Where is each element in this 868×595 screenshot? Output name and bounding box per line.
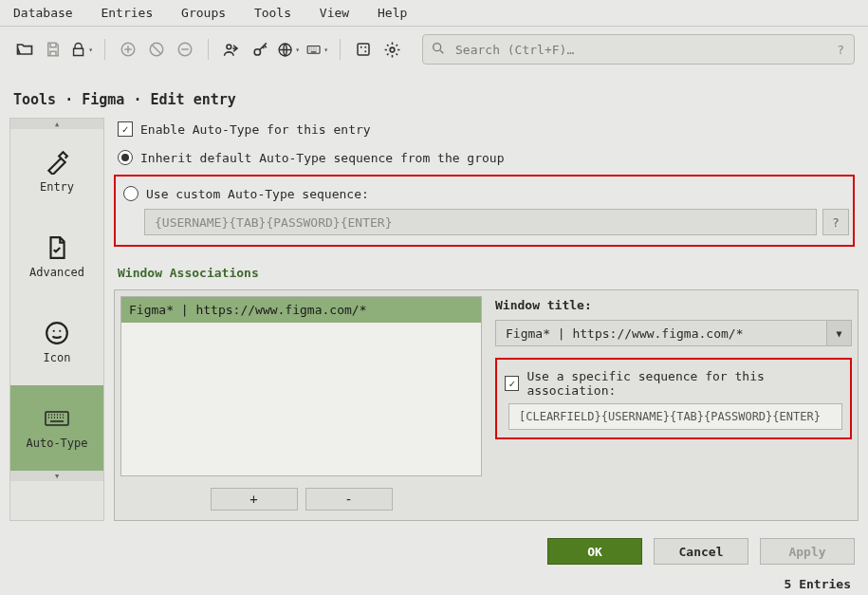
- svg-point-8: [360, 46, 362, 48]
- svg-point-11: [390, 47, 395, 52]
- dialog-buttons: OK Cancel Apply: [0, 527, 868, 565]
- specific-sequence-value: [CLEARFIELD}{USERNAME}{TAB}{PASSWORD}{EN…: [519, 410, 821, 423]
- toolbar: Search (Ctrl+F)… ?: [0, 27, 868, 74]
- menu-tools[interactable]: Tools: [254, 6, 291, 20]
- svg-rect-7: [358, 44, 369, 55]
- enable-autotype-label: Enable Auto-Type for this entry: [140, 122, 371, 137]
- menu-groups[interactable]: Groups: [181, 6, 226, 20]
- search-placeholder: Search (Ctrl+F)…: [455, 43, 574, 57]
- toolbar-separator: [340, 39, 341, 60]
- sidebar-item-entry[interactable]: Entry: [10, 129, 103, 214]
- sidebar-item-label: Icon: [44, 351, 71, 364]
- add-icon[interactable]: [117, 38, 139, 61]
- svg-point-15: [59, 330, 61, 332]
- association-list-pane: Figma* | https://www.figma.com/* + -: [115, 290, 488, 520]
- svg-point-4: [254, 48, 260, 54]
- gear-icon[interactable]: [380, 38, 403, 61]
- custom-label: Use custom Auto-Type sequence:: [146, 187, 369, 201]
- svg-point-9: [364, 50, 366, 52]
- sidebar-scroll-down[interactable]: ▼: [10, 471, 103, 481]
- custom-sequence-input[interactable]: {USERNAME}{TAB}{PASSWORD}{ENTER}: [144, 209, 817, 235]
- inherit-label: Inherit default Auto-Type sequence from …: [140, 151, 505, 165]
- sidebar-item-icon[interactable]: Icon: [10, 300, 103, 385]
- window-title-label: Window title:: [495, 298, 852, 312]
- open-icon[interactable]: [13, 38, 36, 61]
- breadcrumb: Tools · Figma · Edit entry: [0, 74, 868, 118]
- custom-sequence-group: Use custom Auto-Type sequence: {USERNAME…: [114, 175, 855, 247]
- window-title-select[interactable]: Figma* | https://www.figma.com/* ▼: [495, 320, 852, 346]
- association-detail-pane: Window title: Figma* | https://www.figma…: [488, 290, 858, 520]
- help-icon[interactable]: ?: [837, 43, 844, 57]
- enable-autotype-checkbox[interactable]: [118, 121, 133, 137]
- svg-point-3: [226, 44, 231, 48]
- window-title-value: Figma* | https://www.figma.com/*: [506, 326, 743, 341]
- minus-icon[interactable]: [174, 38, 196, 61]
- svg-point-14: [53, 330, 55, 332]
- search-input[interactable]: Search (Ctrl+F)… ?: [422, 34, 855, 65]
- sidebar-scroll-up[interactable]: ▲: [10, 119, 103, 129]
- share-person-icon[interactable]: [220, 38, 243, 61]
- add-association-button[interactable]: +: [211, 488, 298, 511]
- specific-sequence-checkbox[interactable]: [505, 376, 519, 391]
- help-button[interactable]: ?: [822, 209, 849, 235]
- custom-radio[interactable]: [123, 186, 139, 201]
- menu-entries[interactable]: Entries: [101, 6, 153, 20]
- sidebar: ▲ Entry Advanced Icon Auto-Type ▼: [9, 118, 104, 521]
- sidebar-item-label: Advanced: [29, 266, 84, 279]
- specific-sequence-group: Use a specific sequence for this associa…: [495, 358, 852, 439]
- lock-icon[interactable]: [70, 38, 93, 61]
- dice-icon[interactable]: [352, 38, 375, 61]
- toolbar-separator: [104, 39, 105, 60]
- save-icon[interactable]: [42, 38, 65, 61]
- sidebar-item-advanced[interactable]: Advanced: [10, 214, 103, 300]
- chevron-down-icon: ▼: [826, 321, 851, 345]
- sidebar-item-label: Auto-Type: [26, 437, 87, 450]
- svg-point-10: [364, 46, 366, 48]
- svg-point-12: [434, 43, 441, 50]
- menu-help[interactable]: Help: [378, 6, 407, 20]
- globe-icon[interactable]: [277, 38, 300, 61]
- search-icon: [431, 41, 446, 59]
- content-pane: Enable Auto-Type for this entry Inherit …: [114, 118, 859, 521]
- sidebar-item-autotype[interactable]: Auto-Type: [10, 385, 103, 471]
- inherit-radio[interactable]: [118, 150, 133, 165]
- toolbar-separator: [208, 39, 209, 60]
- custom-sequence-value: {USERNAME}{TAB}{PASSWORD}{ENTER}: [155, 215, 392, 230]
- status-entries: 5 Entries: [785, 577, 851, 591]
- key-icon[interactable]: [249, 38, 271, 61]
- svg-rect-16: [46, 412, 68, 425]
- svg-point-13: [46, 323, 67, 344]
- apply-button[interactable]: Apply: [760, 538, 855, 565]
- keyboard-icon[interactable]: [305, 38, 328, 61]
- association-list-item[interactable]: Figma* | https://www.figma.com/*: [121, 297, 481, 323]
- menu-database[interactable]: Database: [13, 6, 73, 20]
- specific-sequence-label: Use a specific sequence for this associa…: [526, 369, 846, 398]
- ok-button[interactable]: OK: [547, 538, 642, 565]
- sidebar-item-label: Entry: [40, 180, 74, 194]
- cancel-icon[interactable]: [145, 38, 168, 61]
- specific-sequence-input[interactable]: [CLEARFIELD}{USERNAME}{TAB}{PASSWORD}{EN…: [508, 403, 842, 430]
- window-associations-panel: Figma* | https://www.figma.com/* + - Win…: [114, 289, 859, 521]
- menu-view[interactable]: View: [320, 6, 349, 20]
- association-list[interactable]: Figma* | https://www.figma.com/*: [120, 296, 482, 476]
- remove-association-button[interactable]: -: [305, 488, 393, 511]
- cancel-button[interactable]: Cancel: [654, 538, 748, 565]
- menubar: Database Entries Groups Tools View Help: [0, 0, 868, 27]
- window-associations-head: Window Associations: [118, 266, 859, 280]
